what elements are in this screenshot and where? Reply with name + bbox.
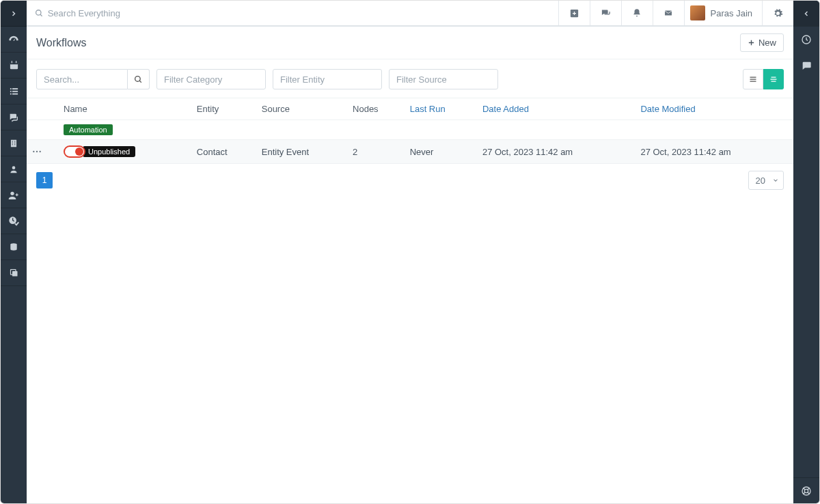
row-actions[interactable] [27, 140, 51, 164]
new-button[interactable]: New [740, 33, 784, 52]
svg-rect-4 [10, 88, 11, 89]
svg-line-24 [40, 14, 42, 16]
status-badge: Unpublished [83, 146, 135, 157]
filter-source[interactable] [389, 69, 498, 89]
user-icon [9, 164, 18, 175]
notifications-button[interactable] [621, 1, 653, 25]
col-last-run[interactable]: Last Run [405, 98, 477, 120]
ellipsis-icon [32, 150, 42, 153]
envelope-icon [663, 9, 674, 17]
search-icon [134, 75, 143, 84]
chat-bubble-icon [801, 60, 812, 71]
nav-dashboard[interactable] [1, 27, 27, 53]
publish-toggle[interactable] [64, 145, 85, 158]
right-help[interactable] [793, 477, 819, 503]
cell-last-run: Never [405, 140, 477, 164]
group-row: Automation [27, 120, 793, 140]
svg-rect-7 [12, 91, 18, 92]
svg-rect-2 [11, 61, 12, 63]
quick-add-button[interactable] [558, 1, 590, 25]
right-recent[interactable] [793, 27, 819, 53]
col-name[interactable]: Name [51, 98, 191, 120]
table-row[interactable]: Unpublished Contact Entity Event 2 Never… [27, 140, 793, 164]
chevron-right-icon [10, 10, 18, 18]
svg-line-46 [808, 492, 810, 494]
global-search[interactable] [27, 1, 558, 25]
filter-entity[interactable] [273, 69, 382, 89]
expand-nav-button[interactable] [1, 1, 27, 27]
svg-point-23 [36, 10, 41, 14]
comments-icon [600, 8, 612, 18]
user-menu[interactable]: Paras Jain [684, 1, 762, 25]
svg-line-30 [139, 81, 141, 83]
list-default-icon [769, 75, 778, 83]
nav-chat[interactable] [1, 104, 27, 130]
svg-point-42 [804, 489, 808, 492]
nav-clock-check[interactable] [1, 208, 27, 234]
right-chat[interactable] [793, 53, 819, 79]
svg-rect-3 [16, 61, 16, 63]
collapse-right-button[interactable] [793, 1, 819, 27]
global-search-input[interactable] [48, 8, 550, 18]
svg-rect-14 [14, 142, 15, 143]
nav-database[interactable] [1, 234, 27, 260]
svg-rect-26 [665, 11, 672, 16]
view-list-compact[interactable] [743, 69, 763, 89]
svg-line-44 [808, 488, 810, 490]
svg-rect-6 [10, 91, 11, 92]
svg-point-29 [135, 76, 141, 81]
messages-button[interactable] [590, 1, 621, 25]
page-header: Workflows New [27, 27, 793, 59]
user-plus-icon [8, 190, 19, 201]
life-ring-icon [801, 486, 812, 496]
settings-button[interactable] [762, 1, 793, 25]
avatar [690, 5, 705, 20]
plus-square-icon [569, 8, 579, 18]
svg-line-43 [803, 488, 805, 490]
nav-calendar[interactable] [1, 53, 27, 79]
col-date-modified[interactable]: Date Modified [635, 98, 793, 120]
col-entity[interactable]: Entity [191, 98, 256, 120]
clock-icon [801, 34, 812, 45]
search-button[interactable] [128, 69, 150, 89]
list-compact-icon [748, 75, 758, 83]
page-number[interactable]: 1 [36, 172, 53, 188]
cell-date-added: 27 Oct, 2023 11:42 am [477, 140, 636, 164]
nav-users[interactable] [1, 182, 27, 208]
nav-user[interactable] [1, 156, 27, 182]
workflows-table: Name Entity Source Nodes Last Run Date A… [27, 95, 793, 164]
nav-tasks[interactable] [1, 79, 27, 104]
nav-building[interactable] [1, 130, 27, 156]
filter-category[interactable] [156, 69, 266, 89]
per-page-select[interactable]: 20 [748, 171, 784, 190]
svg-point-17 [12, 166, 16, 169]
building-icon [9, 138, 18, 149]
svg-rect-16 [14, 144, 15, 145]
nav-copy[interactable] [1, 260, 27, 286]
calendar-icon [9, 60, 19, 70]
database-icon [9, 242, 18, 253]
svg-rect-21 [12, 271, 18, 277]
svg-line-45 [803, 492, 805, 494]
svg-rect-1 [10, 62, 17, 64]
inbox-button[interactable] [653, 1, 684, 25]
topbar: Paras Jain [27, 1, 793, 27]
search-input[interactable] [36, 69, 128, 89]
page-title: Workflows [36, 37, 87, 49]
left-nav-rail [1, 1, 27, 503]
user-name-label: Paras Jain [711, 8, 752, 18]
col-source[interactable]: Source [256, 98, 347, 120]
svg-rect-10 [11, 139, 16, 147]
svg-point-18 [10, 191, 14, 195]
svg-point-38 [36, 151, 38, 152]
svg-rect-15 [12, 144, 13, 145]
gauge-icon [8, 34, 19, 45]
col-nodes[interactable]: Nodes [347, 98, 405, 120]
cell-nodes: 2 [347, 140, 405, 164]
gear-icon [773, 8, 783, 18]
view-list-default[interactable] [763, 69, 784, 89]
per-page-value: 20 [756, 176, 765, 186]
col-date-added[interactable]: Date Added [477, 98, 636, 120]
svg-point-39 [40, 151, 41, 152]
pagination: 1 20 [27, 164, 793, 197]
